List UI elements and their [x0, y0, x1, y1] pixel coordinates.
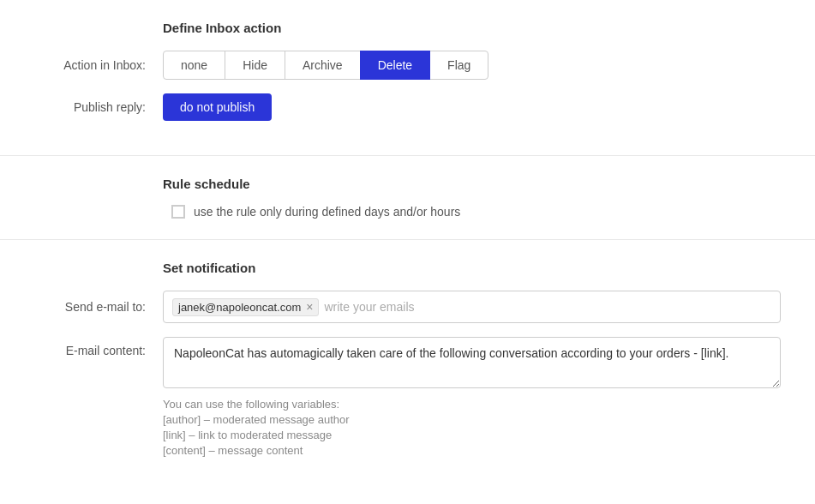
variable-author-desc: – moderated message author — [204, 413, 350, 426]
inbox-action-buttons: none Hide Archive Delete Flag — [163, 51, 488, 80]
inbox-action-label: Action in Inbox: — [34, 58, 146, 72]
variable-link-desc: – link to moderated message — [189, 429, 332, 441]
variables-hint: You can use the following variables: [au… — [163, 398, 781, 457]
inbox-btn-none[interactable]: none — [163, 51, 225, 80]
publish-reply-label: Publish reply: — [34, 100, 146, 114]
rule-schedule-checkbox[interactable] — [171, 205, 185, 219]
variable-link-name: [link] — [163, 429, 186, 441]
inbox-btn-delete[interactable]: Delete — [360, 51, 430, 80]
variable-link: [link] – link to moderated message — [163, 429, 781, 441]
variable-content: [content] – message content — [163, 444, 781, 457]
email-content-textarea[interactable]: NapoleonCat has automagically taken care… — [163, 337, 781, 388]
publish-reply-row: Publish reply: do not publish — [34, 93, 781, 121]
variable-author-name: [author] — [163, 413, 201, 426]
email-input-container[interactable]: janek@napoleoncat.com × write your email… — [163, 291, 781, 323]
email-content-label: E-mail content: — [34, 337, 146, 357]
rule-schedule-section: Rule schedule use the rule only during d… — [0, 156, 815, 240]
email-to-label: Send e-mail to: — [34, 300, 146, 314]
email-input-placeholder: write your emails — [324, 300, 414, 314]
notification-title: Set notification — [163, 261, 781, 275]
inbox-action-section: Define Inbox action Action in Inbox: non… — [0, 0, 815, 156]
email-content-row: E-mail content: NapoleonCat has automagi… — [34, 337, 781, 457]
variable-author: [author] – moderated message author — [163, 413, 781, 426]
rule-schedule-checkbox-label: use the rule only during defined days an… — [194, 205, 460, 219]
inbox-action-title: Define Inbox action — [163, 21, 781, 35]
variable-content-desc: – message content — [209, 444, 303, 457]
inbox-btn-archive[interactable]: Archive — [285, 51, 361, 80]
rule-schedule-checkbox-row: use the rule only during defined days an… — [171, 205, 781, 219]
notification-section: Set notification Send e-mail to: janek@n… — [0, 240, 815, 491]
inbox-btn-flag[interactable]: Flag — [429, 51, 488, 80]
email-to-row: Send e-mail to: janek@napoleoncat.com × … — [34, 291, 781, 323]
rule-schedule-title: Rule schedule — [163, 177, 781, 191]
email-content-wrapper: NapoleonCat has automagically taken care… — [163, 337, 781, 457]
inbox-action-row: Action in Inbox: none Hide Archive Delet… — [34, 51, 781, 80]
email-tag: janek@napoleoncat.com × — [172, 298, 319, 316]
email-tag-close-icon[interactable]: × — [306, 301, 313, 313]
variable-content-name: [content] — [163, 444, 206, 457]
email-tag-address: janek@napoleoncat.com — [178, 301, 301, 314]
publish-reply-button[interactable]: do not publish — [163, 93, 272, 121]
variables-intro: You can use the following variables: — [163, 398, 781, 411]
inbox-btn-hide[interactable]: Hide — [225, 51, 285, 80]
